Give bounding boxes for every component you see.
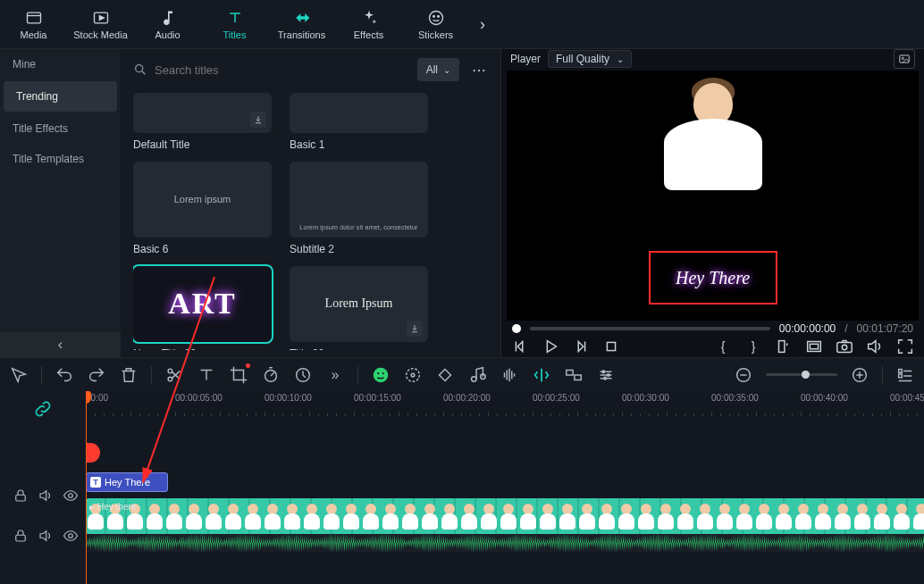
crop-tool[interactable] xyxy=(229,365,248,385)
keyframe-tool[interactable] xyxy=(435,365,455,385)
camera-snapshot-button[interactable] xyxy=(835,337,854,356)
ratio-button[interactable] xyxy=(774,337,794,356)
more-options-icon[interactable]: ⋯ xyxy=(466,58,491,81)
track-view-button[interactable] xyxy=(895,365,915,385)
audio-tool[interactable] xyxy=(467,365,487,385)
adjust-track-tool[interactable] xyxy=(596,365,616,385)
nav-stickers[interactable]: Stickers xyxy=(402,0,469,48)
scrub-track[interactable] xyxy=(530,327,770,330)
svg-point-25 xyxy=(377,372,379,374)
mute-icon[interactable] xyxy=(38,528,54,544)
title-tile-basic-6[interactable]: Lorem ipsum Basic 6 xyxy=(133,162,272,255)
speed-ramp-tool[interactable] xyxy=(293,365,313,385)
sidebar-item-title-templates[interactable]: Title Templates xyxy=(0,144,121,174)
link-toggle[interactable] xyxy=(33,399,53,419)
svg-rect-14 xyxy=(607,342,615,350)
svg-marker-9 xyxy=(517,341,523,351)
zoom-slider[interactable] xyxy=(766,373,837,376)
nav-more-icon[interactable]: › xyxy=(469,15,496,34)
download-icon[interactable] xyxy=(250,112,266,128)
svg-point-8 xyxy=(902,57,903,59)
ruler-label: 00:00:35:00 xyxy=(711,393,759,403)
quality-dropdown[interactable]: Full Quality ⌄ xyxy=(548,50,632,68)
lock-icon[interactable] xyxy=(13,488,29,504)
cut-indicator[interactable] xyxy=(86,443,100,463)
text-tool[interactable] xyxy=(197,365,216,385)
color-tool[interactable] xyxy=(403,365,423,385)
nav-transitions[interactable]: Transitions xyxy=(268,0,335,48)
ai-tool[interactable] xyxy=(371,365,391,385)
select-tool[interactable] xyxy=(9,365,29,385)
visibility-icon[interactable] xyxy=(63,528,79,544)
time-ruler[interactable]: 00:0000:00:05:0000:00:10:0000:00:15:0000… xyxy=(86,391,924,416)
search-input[interactable] xyxy=(155,63,410,77)
title-clip-label: Hey There xyxy=(105,477,150,488)
svg-rect-17 xyxy=(810,344,818,349)
snapshot-button[interactable] xyxy=(894,49,915,69)
volume-button[interactable] xyxy=(865,337,885,356)
svg-rect-32 xyxy=(567,370,573,375)
next-frame-button[interactable] xyxy=(571,337,591,356)
nav-label: Titles xyxy=(223,29,247,40)
title-tile-default-title[interactable]: Default Title xyxy=(133,93,272,151)
stop-button[interactable] xyxy=(601,337,621,356)
sidebar-item-trending[interactable]: Trending xyxy=(4,81,117,112)
zoom-in-button[interactable] xyxy=(850,365,869,385)
nav-effects[interactable]: Effects xyxy=(335,0,402,48)
video-clip[interactable]: Hey there xyxy=(86,498,924,534)
title-overlay-selected[interactable]: Hey There xyxy=(649,251,777,305)
visibility-icon[interactable] xyxy=(63,488,79,504)
voiceover-tool[interactable] xyxy=(500,365,519,385)
title-tile-title-29[interactable]: Lorem Ipsum Title 29 xyxy=(290,266,428,350)
delete-button[interactable] xyxy=(119,365,139,385)
svg-rect-43 xyxy=(16,535,26,541)
prev-frame-button[interactable] xyxy=(510,337,530,356)
filter-dropdown[interactable]: All ⌄ xyxy=(417,58,459,81)
group-tool[interactable] xyxy=(564,365,584,385)
redo-button[interactable] xyxy=(87,365,106,385)
zoom-knob[interactable] xyxy=(802,371,810,379)
nav-stock-media[interactable]: Stock Media xyxy=(67,0,134,48)
marker-tool[interactable] xyxy=(532,365,551,385)
title-tile-subtitle-2[interactable]: Lorem ipsum dolor sit amet, consectetur … xyxy=(290,162,428,255)
sidebar-collapse[interactable]: ‹ xyxy=(0,332,121,357)
sidebar-item-title-effects[interactable]: Title Effects xyxy=(0,113,121,144)
mute-icon[interactable] xyxy=(38,488,54,504)
safezone-button[interactable] xyxy=(804,337,824,356)
tile-label: Title 29 xyxy=(290,347,428,350)
svg-rect-15 xyxy=(779,340,785,352)
split-button[interactable] xyxy=(164,365,184,385)
audio-waveform[interactable] xyxy=(86,534,924,552)
title-tile-basic-1[interactable]: Basic 1 xyxy=(290,93,428,151)
video-track[interactable]: Hey there xyxy=(86,498,924,552)
preview-viewport[interactable]: Hey There xyxy=(507,71,919,321)
svg-marker-12 xyxy=(578,341,584,351)
sidebar-item-mine[interactable]: Mine xyxy=(0,49,121,79)
tile-label: Basic 1 xyxy=(290,138,428,151)
tracks-area[interactable]: 00:0000:00:05:0000:00:10:0000:00:15:0000… xyxy=(86,391,924,584)
nav-audio[interactable]: Audio xyxy=(134,0,201,48)
title-track[interactable]: T Hey There xyxy=(86,471,924,498)
svg-rect-33 xyxy=(575,375,581,380)
mark-in-button[interactable]: { xyxy=(713,337,733,356)
mark-out-button[interactable]: } xyxy=(743,337,763,356)
download-icon[interactable] xyxy=(407,321,423,337)
stock-media-icon xyxy=(92,9,110,27)
undo-button[interactable] xyxy=(55,365,74,385)
play-button[interactable] xyxy=(541,337,560,356)
svg-point-26 xyxy=(382,372,384,374)
lock-icon[interactable] xyxy=(13,528,29,544)
zoom-out-button[interactable] xyxy=(734,365,753,385)
svg-point-5 xyxy=(437,15,439,17)
title-tile-neon-09[interactable]: ART Neon Title 09 xyxy=(133,266,272,350)
svg-point-44 xyxy=(69,534,73,538)
more-tools[interactable]: » xyxy=(325,365,345,385)
title-track-header xyxy=(0,482,86,509)
scrub-handle[interactable] xyxy=(512,324,521,333)
speed-tool[interactable] xyxy=(261,365,281,385)
nav-titles[interactable]: Titles xyxy=(201,0,268,48)
nav-media[interactable]: Media xyxy=(0,0,67,48)
playhead[interactable] xyxy=(86,391,87,584)
fullscreen-button[interactable] xyxy=(895,337,915,356)
title-clip[interactable]: T Hey There xyxy=(86,472,168,492)
